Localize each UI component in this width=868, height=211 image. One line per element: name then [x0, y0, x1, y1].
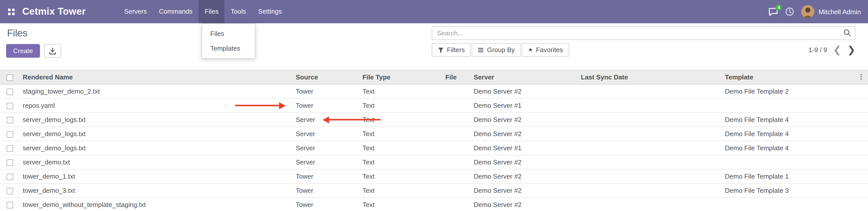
cell-server: Demo Server #2: [471, 113, 578, 127]
select-all-checkbox-cell[interactable]: [0, 70, 20, 84]
row-checkbox[interactable]: [7, 103, 13, 109]
table-row[interactable]: tower_demo_without_template_staging.txtT…: [0, 198, 868, 211]
column-header-source[interactable]: Source: [293, 70, 360, 84]
cell-rendered-name: server_demo_logs.txt: [20, 141, 293, 155]
select-all-checkbox[interactable]: [7, 74, 13, 81]
pager-next-button[interactable]: ❯: [847, 45, 855, 55]
table-row[interactable]: repos.yamlTowerTextDemo Server #1: [0, 98, 868, 113]
favorites-label: Favorites: [536, 46, 563, 54]
cell-rendered-name: tower_demo_without_template_staging.txt: [20, 198, 293, 211]
cell-last-sync-date: [578, 141, 722, 155]
cell-last-sync-date: [578, 169, 722, 183]
cell-template: [722, 155, 868, 169]
menu-item-servers[interactable]: Servers: [118, 0, 153, 23]
table-row[interactable]: server_demo_logs.txtServerTextDemo Serve…: [0, 141, 868, 155]
table-row[interactable]: tower_demo_1.txtTowerTextDemo Server #2D…: [0, 169, 868, 183]
control-panel-left: Files Create: [6, 26, 61, 58]
column-header-template[interactable]: Template: [722, 70, 868, 84]
cell-template: Demo File Template 3: [722, 183, 868, 198]
row-checkbox[interactable]: [7, 159, 13, 166]
column-header-file-type[interactable]: File Type: [360, 70, 443, 84]
cell-source: Server: [293, 141, 360, 155]
user-menu[interactable]: Mitchell Admin: [801, 5, 861, 18]
cell-server: Demo Server #2: [471, 155, 578, 169]
row-checkbox[interactable]: [7, 131, 13, 138]
menu-item-files[interactable]: Files: [199, 0, 225, 23]
filter-group: Filters Group By ★ Favorites: [432, 43, 569, 57]
messages-button[interactable]: 4: [768, 7, 778, 16]
group-by-button[interactable]: Group By: [472, 43, 521, 57]
menu-item-tools[interactable]: Tools: [225, 0, 252, 23]
row-checkbox-cell[interactable]: [0, 198, 20, 211]
cell-file-type: Text: [360, 155, 443, 169]
cell-file: [443, 113, 471, 127]
row-checkbox-cell[interactable]: [0, 84, 20, 98]
cell-rendered-name: staging_tower_demo_2.txt: [20, 84, 293, 98]
apps-grid-icon: [8, 8, 14, 15]
table-row[interactable]: server_demo_logs.txtServerTextDemo Serve…: [0, 113, 868, 127]
row-checkbox[interactable]: [7, 202, 13, 208]
cell-server: Demo Server #1: [471, 98, 578, 113]
filters-button[interactable]: Filters: [432, 43, 471, 57]
row-checkbox[interactable]: [7, 188, 13, 194]
row-checkbox[interactable]: [7, 174, 13, 180]
cell-last-sync-date: [578, 155, 722, 169]
row-checkbox-cell[interactable]: [0, 113, 20, 127]
files-dropdown-menu: Files Templates: [202, 23, 255, 59]
pager-previous-button[interactable]: ❮: [833, 45, 841, 55]
table-row[interactable]: server_demo.txtServerTextDemo Server #2: [0, 155, 868, 169]
column-header-last-sync-date[interactable]: Last Sync Date: [578, 70, 722, 84]
menu-item-settings[interactable]: Settings: [252, 0, 288, 23]
menu-item-commands[interactable]: Commands: [153, 0, 199, 23]
cell-file-type: Text: [360, 169, 443, 183]
row-checkbox-cell[interactable]: [0, 98, 20, 113]
table-row[interactable]: tower_demo_3.txtTowerTextDemo Server #2D…: [0, 183, 868, 198]
optional-columns-toggle-icon[interactable]: ⋮: [858, 73, 864, 80]
apps-menu-button[interactable]: [0, 0, 22, 23]
column-header-server[interactable]: Server: [471, 70, 578, 84]
cell-server: Demo Server #2: [471, 127, 578, 141]
app-brand[interactable]: Cetmix Tower: [22, 6, 86, 17]
row-checkbox[interactable]: [7, 145, 13, 152]
cell-file: [443, 155, 471, 169]
row-checkbox-cell[interactable]: [0, 183, 20, 198]
favorites-button[interactable]: ★ Favorites: [522, 43, 569, 57]
cell-last-sync-date: [578, 113, 722, 127]
row-checkbox-cell[interactable]: [0, 169, 20, 183]
cell-last-sync-date: [578, 127, 722, 141]
row-checkbox-cell[interactable]: [0, 141, 20, 155]
control-panel-right: Filters Group By ★ Favorites 1-9 / 9 ❮ ❯: [432, 26, 855, 58]
star-icon: ★: [528, 47, 533, 53]
cell-last-sync-date: [578, 198, 722, 211]
cell-template: [722, 98, 868, 113]
column-header-file[interactable]: File: [443, 70, 471, 84]
column-header-rendered-name[interactable]: Rendered Name: [20, 70, 293, 84]
row-checkbox[interactable]: [7, 89, 13, 95]
search-icon[interactable]: [843, 29, 851, 39]
group-by-label: Group By: [487, 46, 515, 54]
app-window: Cetmix Tower Servers Commands Files Tool…: [0, 0, 868, 211]
dropdown-item-files[interactable]: Files: [202, 26, 255, 41]
cell-last-sync-date: [578, 84, 722, 98]
files-table: Rendered Name Source File Type File Serv…: [0, 70, 868, 211]
main-menu: Servers Commands Files Tools Settings: [118, 0, 288, 23]
cell-file-type: Text: [360, 113, 443, 127]
cell-rendered-name: tower_demo_1.txt: [20, 169, 293, 183]
table-row[interactable]: staging_tower_demo_2.txtTowerTextDemo Se…: [0, 84, 868, 98]
avatar: [801, 5, 814, 18]
search-input[interactable]: [432, 26, 855, 40]
cell-server: Demo Server #2: [471, 84, 578, 98]
create-button[interactable]: Create: [6, 44, 40, 58]
cell-file: [443, 169, 471, 183]
table-row[interactable]: server_demo_logs.txtServerTextDemo Serve…: [0, 127, 868, 141]
pager-range[interactable]: 1-9 / 9: [809, 46, 827, 54]
activities-button[interactable]: [785, 7, 794, 16]
export-button[interactable]: [44, 44, 61, 58]
pager: 1-9 / 9 ❮ ❯: [809, 45, 855, 55]
row-checkbox[interactable]: [7, 117, 13, 123]
list-view: Rendered Name Source File Type File Serv…: [0, 70, 868, 211]
control-panel: Files Create Filters: [0, 23, 868, 62]
dropdown-item-templates[interactable]: Templates: [202, 41, 255, 56]
row-checkbox-cell[interactable]: [0, 155, 20, 169]
row-checkbox-cell[interactable]: [0, 127, 20, 141]
